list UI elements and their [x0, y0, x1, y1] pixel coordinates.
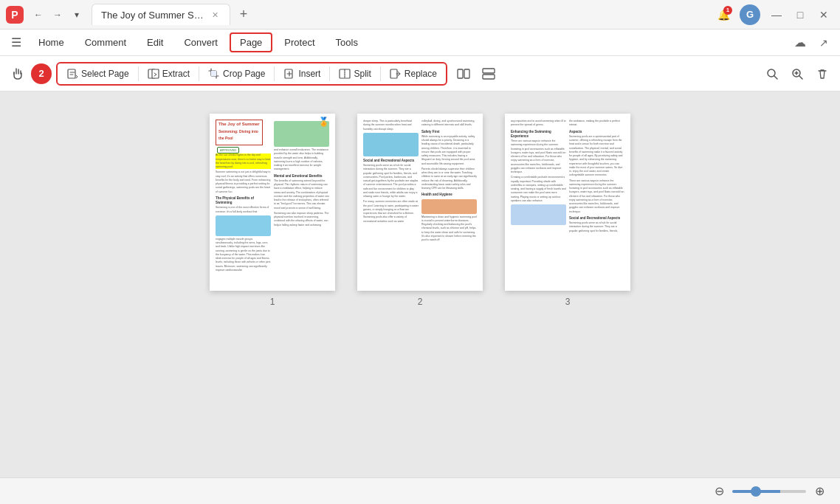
page1-heading1: The Physical Benefits of Swimming: [216, 196, 271, 206]
svg-rect-9: [483, 69, 495, 73]
select-page-label: Select Page: [81, 69, 129, 79]
badge-button[interactable]: 2: [31, 63, 52, 84]
page-medal: 🏅: [318, 117, 329, 127]
tab-close-button[interactable]: ✕: [209, 9, 221, 21]
page3-text2: There are various ways to enhance the sw…: [511, 139, 566, 174]
page2-heading3: Health and Hygiene: [421, 193, 477, 197]
page1-title3: the Pool: [218, 136, 260, 141]
sep3: [274, 66, 275, 81]
menu-page[interactable]: Page: [230, 32, 272, 52]
maximize-button[interactable]: □: [790, 4, 810, 25]
page3-heading1: Enhancing the Swimming Experience: [511, 130, 566, 139]
page-number-2: 2: [418, 297, 423, 307]
tab-document[interactable]: The Joy of Summer Swi... ✕: [92, 4, 230, 25]
page3-heading2: Aspects: [569, 130, 624, 134]
menu-protect[interactable]: Protect: [275, 34, 323, 51]
page1-text6: Swimming can also improve sleep patterns…: [274, 212, 329, 227]
nav-more-button[interactable]: ▾: [68, 6, 86, 24]
select-page-button[interactable]: Select Page: [61, 65, 135, 83]
page-number-3: 3: [565, 297, 571, 307]
page-thumbnail-2[interactable]: deeper sleep. This is particularly benef…: [357, 114, 483, 291]
page-wrapper-2: deeper sleep. This is particularly benef…: [357, 114, 483, 307]
insert-button[interactable]: Insert: [278, 65, 326, 83]
page2-image1: [363, 133, 419, 156]
page2-text2: Swimming pools serve as a hub for social…: [363, 164, 419, 199]
page2-heading1: Social and Recreational Aspects: [363, 159, 419, 163]
menu-comment[interactable]: Comment: [76, 34, 135, 51]
close-button[interactable]: ✕: [813, 4, 834, 25]
page-view-button[interactable]: [477, 62, 500, 86]
page3-text1: any impurities and to avoid swimming whe…: [511, 120, 566, 128]
page2-image2: [421, 199, 477, 214]
nav-back-button[interactable]: ←: [30, 6, 47, 24]
approved-badge: APPROVED: [217, 147, 239, 154]
menu-tools[interactable]: Tools: [327, 34, 367, 51]
page-thumbnail-1[interactable]: 🏅 The Joy of Summer Swimming: Diving int…: [210, 114, 335, 291]
window-controls: — □ ✕: [766, 4, 834, 25]
minimize-button[interactable]: —: [766, 4, 787, 25]
zoom-out-button[interactable]: ⊖: [710, 483, 728, 500]
nav-buttons: ← → ▾: [30, 6, 86, 24]
zoom-slider[interactable]: [732, 490, 806, 493]
extract-label: Extract: [162, 69, 190, 79]
page2-text7: Maintaining a clean and hygienic swimmin…: [421, 215, 477, 243]
menu-convert[interactable]: Convert: [175, 34, 227, 51]
page2-text4: volleyball, diving, and synchronized swi…: [421, 120, 477, 128]
hand-tool-button[interactable]: [6, 62, 30, 86]
svg-rect-3: [211, 71, 216, 76]
page1-text3: engages multiple muscle groups simultane…: [216, 238, 271, 272]
delete-button[interactable]: [810, 62, 834, 86]
page3-text7: Swimming pools serve as a hub for social…: [569, 221, 624, 233]
page2-text6: Parents should always supervise their ch…: [421, 168, 477, 191]
sep5: [380, 66, 381, 81]
main-content: 🏅 The Joy of Summer Swimming: Diving int…: [0, 92, 840, 477]
share-icon[interactable]: ↗: [813, 32, 834, 53]
title-bar: P ← → ▾ The Joy of Summer Swi... ✕ + 🔔 1…: [0, 0, 840, 30]
zoom-in-toolbar-button[interactable]: [785, 62, 809, 86]
page2-text1: deeper sleep. This is particularly benef…: [363, 120, 419, 131]
page1-heading2: Mental and Emotional Benefits: [274, 174, 329, 179]
sep2: [199, 66, 199, 81]
page1-title1: The Joy of Summer: [218, 122, 260, 128]
page3-text4: the ambiance, making the poolside a perf…: [569, 120, 624, 128]
extract-button[interactable]: Extract: [142, 65, 196, 83]
page3-text6: There are various ways to enhance the sw…: [569, 179, 624, 214]
dual-page-button[interactable]: [452, 62, 475, 86]
page3-text5: Swimming pools are a quintessential part…: [569, 135, 624, 178]
page-number-1: 1: [270, 297, 275, 307]
svg-rect-8: [464, 69, 469, 78]
hamburger-menu-button[interactable]: ☰: [6, 32, 27, 53]
toolbar: 2 Select Page Extract: [0, 56, 840, 92]
split-button[interactable]: Split: [333, 65, 376, 83]
menu-bar: ☰ Home Comment Edit Convert Page Protect…: [0, 30, 840, 56]
tab-title: The Joy of Summer Swi...: [101, 10, 204, 21]
zoom-in-status-button[interactable]: ⊕: [810, 483, 828, 500]
zoom-control: ⊖ ⊕: [710, 483, 828, 500]
menu-home[interactable]: Home: [30, 34, 73, 51]
page1-image1: [216, 215, 271, 236]
svg-rect-0: [68, 69, 75, 78]
cloud-icon[interactable]: ☁: [790, 32, 810, 53]
new-tab-button[interactable]: +: [233, 4, 254, 25]
split-label: Split: [354, 69, 371, 79]
page2-heading2: Safety First: [421, 130, 477, 134]
replace-button[interactable]: Replace: [384, 65, 443, 83]
insert-label: Insert: [298, 69, 320, 79]
page1-text5: The benefits of swimming extend beyond t…: [274, 179, 329, 210]
page1-text4: and enhance overall endurance. The resis…: [274, 148, 329, 172]
nav-forward-button[interactable]: →: [49, 6, 66, 24]
page3-image1: [511, 204, 566, 225]
page2-text3: For many, summer memories are often made…: [363, 200, 419, 224]
page-thumbnail-3[interactable]: any impurities and to avoid swimming whe…: [505, 114, 630, 291]
replace-label: Replace: [404, 69, 437, 79]
page1-title2: Swimming: Diving into: [218, 129, 260, 134]
user-avatar[interactable]: G: [740, 4, 760, 25]
app-icon: P: [6, 6, 24, 24]
crop-page-button[interactable]: Crop Page: [202, 65, 271, 83]
tab-bar: The Joy of Summer Swi... ✕ +: [92, 4, 707, 25]
page1-text2: Swimming is one of the most effective fo…: [216, 206, 271, 214]
search-button[interactable]: [760, 62, 784, 86]
page3-text3: Creating a comfortable poolside environm…: [511, 176, 566, 203]
menu-edit[interactable]: Edit: [138, 34, 172, 51]
page3-heading3: Social and Recreational Aspects: [569, 216, 624, 221]
